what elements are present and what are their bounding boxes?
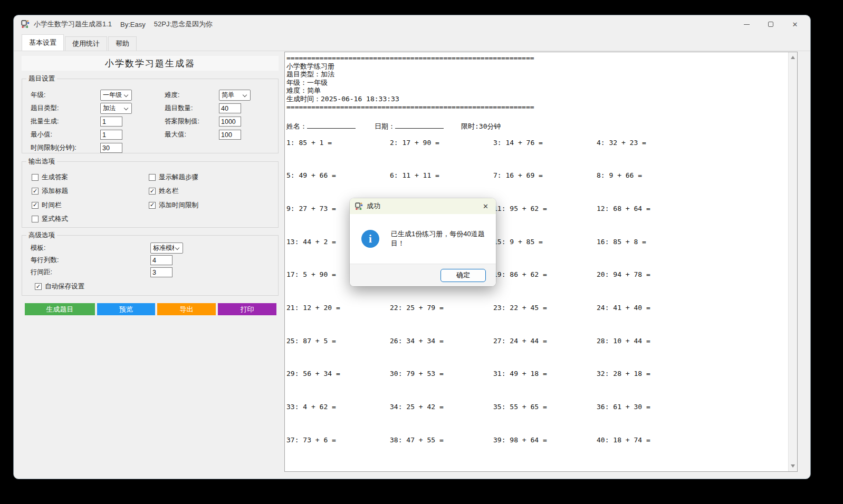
batch-label: 批量生成: (31, 117, 100, 126)
output-option-checkbox[interactable]: 生成答案 (32, 170, 149, 185)
app-icon (21, 20, 30, 28)
problem-cell: 23: 22 + 45 = (493, 304, 597, 337)
form-row: 每行列数: 4 (22, 254, 278, 266)
problem-cell: 29: 56 + 34 = (286, 370, 390, 403)
checkbox-box (149, 174, 156, 181)
max-value-input[interactable]: 100 (219, 130, 241, 140)
problem-cell: 24: 41 + 40 = (597, 304, 700, 337)
vertical-scrollbar[interactable] (788, 52, 797, 471)
row-spacing-input[interactable]: 3 (150, 267, 173, 277)
checkbox-box (32, 202, 39, 209)
chevron-down-icon (124, 93, 128, 97)
worksheet-header-line: ========================================… (286, 54, 788, 62)
maximize-icon (768, 22, 773, 27)
problem-grid: 1: 85 + 1 =2: 17 + 90 =3: 14 + 76 =4: 32… (286, 139, 703, 469)
problem-cell: 36: 61 + 30 = (597, 403, 700, 436)
output-option-checkbox[interactable]: 显示解题步骤 (149, 170, 278, 185)
min-value-input[interactable]: 1 (100, 130, 122, 140)
checkbox-label: 竖式格式 (42, 215, 68, 224)
form-row: 题目类型: 加法 题目数量: 40 (22, 102, 278, 115)
problem-cell: 1: 85 + 1 = (286, 139, 390, 172)
checkbox-box (149, 202, 156, 209)
batch-input[interactable]: 1 (100, 117, 122, 127)
output-option-checkbox[interactable]: 添加时间限制 (149, 198, 278, 212)
date-blank-line (395, 122, 444, 129)
problem-cell: 40: 18 + 74 = (597, 436, 700, 469)
scroll-down-arrow[interactable] (791, 464, 795, 468)
chevron-down-icon (175, 246, 179, 250)
tab-bar: 基本设置 使用统计 帮助 (14, 33, 810, 51)
form-row: 模板: 标准模板 (22, 242, 278, 254)
row-spacing-label: 行间距: (31, 268, 150, 277)
worksheet-header-line: 年级：一年级 (286, 79, 788, 87)
problem-cell: 7: 16 + 69 = (493, 171, 597, 205)
tab[interactable]: 使用统计 (65, 36, 107, 51)
dialog-message: 已生成1份练习册，每份40道题目！ (391, 229, 496, 248)
problem-cell: 30: 79 + 53 = (390, 370, 493, 403)
problem-cell: 4: 32 + 23 = (597, 139, 700, 172)
action-button[interactable]: 打印 (218, 303, 276, 315)
output-option-checkbox[interactable]: 添加标题 (32, 185, 149, 199)
output-option-checkbox[interactable]: 时间栏 (32, 198, 149, 212)
action-button[interactable]: 导出 (157, 303, 216, 315)
grade-select[interactable]: 一年级 (100, 90, 132, 101)
tab-content-divider (14, 51, 810, 51)
group-output-options-label: 输出选项 (26, 157, 57, 166)
difficulty-select[interactable]: 简单 (219, 90, 251, 101)
output-option-checkbox[interactable]: 竖式格式 (32, 212, 149, 227)
problem-cell: 27: 24 + 44 = (493, 337, 597, 370)
time-limit-input[interactable]: 30 (100, 143, 122, 153)
tab-label: 帮助 (116, 39, 129, 49)
action-button[interactable]: 生成题目 (25, 303, 95, 315)
name-label: 姓名： (286, 122, 307, 131)
success-dialog: 成功 ✕ i 已生成1份练习册，每份40道题目！ 确定 (350, 198, 496, 286)
columns-per-row-label: 每行列数: (31, 256, 150, 265)
columns-per-row-input[interactable]: 4 (150, 255, 173, 265)
type-select[interactable]: 加法 (100, 103, 132, 114)
app-icon (355, 202, 363, 210)
problem-cell: 37: 73 + 6 = (286, 436, 390, 469)
problem-cell: 20: 94 + 78 = (597, 270, 700, 304)
problem-cell: 26: 34 + 34 = (390, 337, 493, 370)
minimize-button[interactable] (734, 15, 759, 33)
problem-cell: 35: 55 + 65 = (493, 403, 597, 436)
info-icon: i (361, 230, 379, 248)
worksheet-header-line: 难度：简单 (286, 86, 788, 95)
count-label: 题目数量: (165, 104, 219, 113)
maximize-button[interactable] (759, 15, 783, 33)
problem-cell: 22: 25 + 79 = (390, 304, 493, 337)
tab-label: 基本设置 (29, 38, 56, 47)
tab[interactable]: 帮助 (108, 36, 137, 51)
scroll-up-arrow[interactable] (791, 56, 795, 59)
checkbox-box (149, 188, 156, 195)
tab[interactable]: 基本设置 (22, 34, 64, 51)
problem-cell: 34: 25 + 42 = (390, 403, 493, 436)
checkbox-box (32, 174, 39, 181)
dialog-footer: 确定 (350, 264, 496, 286)
type-label: 题目类型: (31, 104, 100, 113)
dialog-title: 成功 (367, 201, 481, 211)
form-row: 行间距: 3 (22, 266, 278, 278)
count-input[interactable]: 40 (219, 103, 241, 113)
ok-button[interactable]: 确定 (440, 269, 486, 282)
max-value-label: 最大值: (165, 130, 219, 139)
window-title: 小学生数学习题生成器1.1 (34, 20, 112, 29)
autosave-checkbox[interactable]: 自动保存设置 (22, 280, 278, 293)
time-limit-label: 时间限制(分钟): (31, 143, 100, 152)
worksheet-header-line: 小学数学练习册 (286, 62, 788, 71)
problem-cell: 8: 9 + 66 = (597, 171, 700, 205)
problem-cell: 16: 85 + 8 = (597, 238, 700, 271)
close-button[interactable]: ✕ (783, 15, 807, 33)
group-advanced-options-label: 高级选项 (26, 231, 57, 240)
checkbox-box (32, 188, 39, 195)
template-select[interactable]: 标准模板 (150, 243, 183, 254)
action-button[interactable]: 预览 (97, 303, 155, 315)
question-settings-rows: 年级: 一年级 难度: 简单 题目类型: 加法 题目数量: 40 批量生成: 1… (22, 79, 278, 154)
checkbox-label: 添加标题 (42, 187, 68, 196)
answer-limit-input[interactable]: 1000 (219, 117, 241, 127)
worksheet-header-line: 题目类型：加法 (286, 70, 788, 79)
output-option-checkbox[interactable]: 姓名栏 (149, 185, 278, 199)
difficulty-label: 难度: (165, 91, 219, 100)
dialog-close-button[interactable]: ✕ (481, 202, 491, 210)
problem-cell: 33: 4 + 62 = (286, 403, 390, 436)
